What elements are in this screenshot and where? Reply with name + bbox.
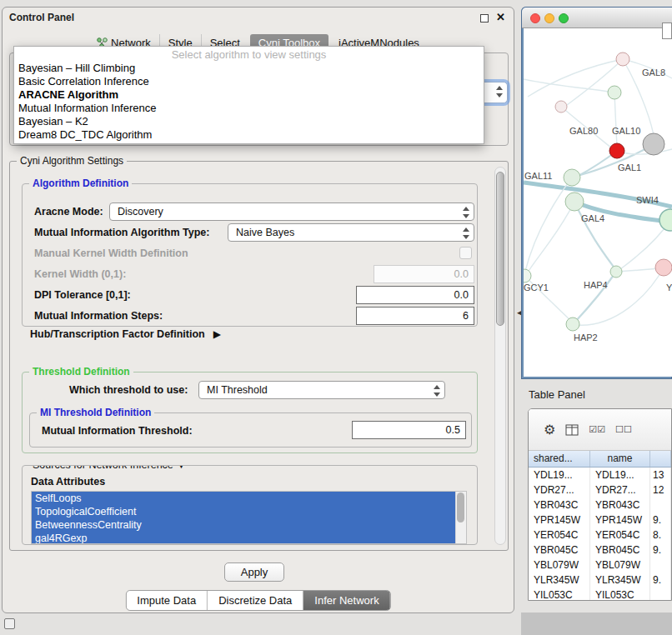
table-row[interactable]: YER054C YER054C 8.	[529, 528, 671, 542]
algorithm-dropdown-list: Select algorithm to view settings Bayesi…	[13, 46, 484, 144]
mi-type-combobox[interactable]: Naive Bayes	[228, 223, 474, 242]
bottom-tab-bar: Impute Data Discretize Data Infer Networ…	[125, 590, 390, 611]
dropdown-item[interactable]: Dream8 DC_TDC Algorithm	[14, 128, 484, 142]
attributes-scrollbar[interactable]	[455, 492, 466, 543]
cell: 8.	[650, 528, 671, 542]
dropdown-item[interactable]: Basic Correlation Inference	[14, 75, 484, 88]
dropdown-item-aracne[interactable]: ARACNE Algorithm	[14, 88, 484, 102]
node-gal4[interactable]	[565, 192, 584, 211]
cell: YBR045C	[529, 542, 590, 558]
node-label: GAL1	[618, 162, 641, 172]
attribute-item-selected[interactable]: BetweennessCentrality	[32, 518, 455, 532]
close-icon[interactable]: ✕	[496, 11, 505, 23]
table-header: shared... name	[529, 451, 671, 468]
attribute-item-selected[interactable]: gal4RGexp	[32, 532, 455, 544]
sources-title: Sources for Network Inference	[33, 465, 173, 471]
sources-title-toggle[interactable]: Sources for Network Inference ▼	[29, 465, 190, 471]
node-label: GAL80	[569, 126, 598, 136]
cell: 13	[650, 468, 671, 482]
algorithm-combobox-end[interactable]	[481, 82, 508, 103]
table-row[interactable]: YBL079W YBL079W	[529, 558, 671, 572]
dropdown-item[interactable]: Bayesian – K2	[14, 115, 484, 128]
node-label: GAL4	[581, 213, 604, 223]
manual-kernel-checkbox[interactable]	[459, 247, 472, 259]
table-body: YDL19... YDL19... 13 YDR27... YDR27... 1…	[529, 468, 671, 600]
expand-right-icon: ▶	[213, 328, 221, 340]
cell: YPR145W	[590, 512, 650, 528]
table-row[interactable]: YIL053C YIL053C	[529, 588, 671, 600]
node-red-selected[interactable]	[609, 143, 624, 158]
attribute-item-selected[interactable]: SelfLoops	[32, 492, 455, 505]
tab-impute-data[interactable]: Impute Data	[126, 591, 207, 610]
table-panel-window: ⚙ ☑☑ ☐☐ shared... name YDL19... YDL19...…	[528, 408, 672, 601]
column-header-name[interactable]: name	[590, 451, 650, 467]
column-header-shared-name[interactable]: shared...	[529, 451, 590, 467]
cell: 12	[650, 482, 671, 498]
clear-all-checkboxes-icon[interactable]: ☐☐	[615, 425, 632, 434]
control-panel-titlebar: Control Panel ✕	[3, 8, 514, 28]
threshold-definition-title: Threshold Definition	[29, 366, 133, 378]
table-row[interactable]: YBR043C YBR043C	[529, 498, 671, 512]
cell: YIL053C	[529, 588, 590, 600]
cell: YLR345W	[529, 572, 590, 588]
aracne-mode-label: Aracne Mode:	[34, 202, 103, 221]
node-hap4[interactable]	[655, 259, 672, 276]
tab-discretize-data[interactable]: Discretize Data	[207, 591, 303, 610]
node[interactable]	[659, 209, 672, 231]
float-window-icon[interactable]	[480, 14, 489, 22]
table-row[interactable]: YPR145W YPR145W 9.	[529, 512, 671, 528]
mi-threshold-label: Mutual Information Threshold:	[42, 422, 193, 440]
node-gal11[interactable]	[564, 169, 580, 186]
which-threshold-combobox[interactable]: MI Threshold	[198, 381, 445, 399]
node[interactable]	[610, 266, 622, 278]
attributes-scrollbar-thumb[interactable]	[457, 492, 464, 522]
aracne-mode-combobox[interactable]: Discovery	[109, 202, 474, 221]
table-panel-title: Table Panel	[529, 388, 585, 401]
table-row[interactable]: YDR27... YDR27... 12	[529, 482, 671, 498]
mi-steps-label: Mutual Information Steps:	[34, 307, 163, 325]
network-canvas[interactable]: GAL8 GAL80 GAL10 GAL11 GAL1 SWI4 GAL4 GC…	[524, 28, 672, 377]
node-hap2[interactable]	[566, 318, 579, 331]
node[interactable]	[555, 101, 567, 112]
minimize-traffic-light[interactable]	[544, 13, 554, 23]
node-gal10-gray[interactable]	[643, 133, 664, 155]
cell: YLR345W	[590, 572, 650, 588]
node-label: GAL11	[524, 171, 552, 181]
combo-value: Naive Bayes	[236, 227, 294, 238]
zoom-traffic-light[interactable]	[559, 13, 569, 23]
node[interactable]	[608, 86, 621, 99]
attribute-item-selected[interactable]: TopologicalCoefficient	[32, 505, 455, 518]
cell: YBR045C	[590, 542, 650, 558]
cell: YBL079W	[529, 558, 590, 572]
cyni-algorithm-settings-group: Cyni Algorithm Settings Algorithm Defini…	[9, 161, 509, 551]
column-header-partial[interactable]	[650, 451, 671, 467]
gear-icon[interactable]: ⚙	[544, 423, 555, 437]
table-row[interactable]: YBR045C YBR045C 9.	[529, 542, 671, 558]
table-toolbar: ⚙ ☑☑ ☐☐	[529, 409, 671, 451]
node[interactable]	[616, 52, 629, 66]
tab-infer-network[interactable]: Infer Network	[303, 591, 389, 610]
kernel-width-label: Kernel Width (0,1):	[34, 265, 126, 283]
close-traffic-light[interactable]	[530, 13, 540, 23]
dropdown-item[interactable]: Bayesian – Hill Climbing	[14, 62, 484, 75]
mi-steps-field[interactable]	[356, 307, 474, 325]
algorithm-definition-title: Algorithm Definition	[29, 178, 132, 189]
cell: YBL079W	[590, 558, 650, 572]
kernel-width-field[interactable]	[374, 265, 474, 283]
hub-definition-toggle[interactable]: Hub/Transcription Factor Definition▶	[30, 328, 221, 340]
settings-scrollbar-thumb[interactable]	[496, 172, 504, 326]
dpi-tolerance-field[interactable]	[356, 286, 474, 304]
mi-threshold-field[interactable]	[352, 421, 466, 439]
settings-scrollbar[interactable]	[494, 167, 506, 545]
dropdown-item[interactable]: Mutual Information Inference	[14, 102, 484, 115]
columns-icon[interactable]	[565, 424, 579, 436]
table-row[interactable]: YLR345W YLR345W 9.	[529, 572, 671, 588]
network-corner-widget[interactable]	[662, 22, 672, 39]
table-row[interactable]: YDL19... YDL19... 13	[529, 468, 671, 482]
select-all-checkboxes-icon[interactable]: ☑☑	[589, 425, 605, 434]
network-window-titlebar[interactable]	[522, 8, 672, 28]
manual-kernel-label: Manual Kernel Width Definition	[34, 244, 188, 262]
panel-restore-icon[interactable]	[4, 618, 15, 629]
combo-arrows-icon	[433, 385, 440, 397]
apply-button[interactable]: Apply	[224, 562, 284, 582]
